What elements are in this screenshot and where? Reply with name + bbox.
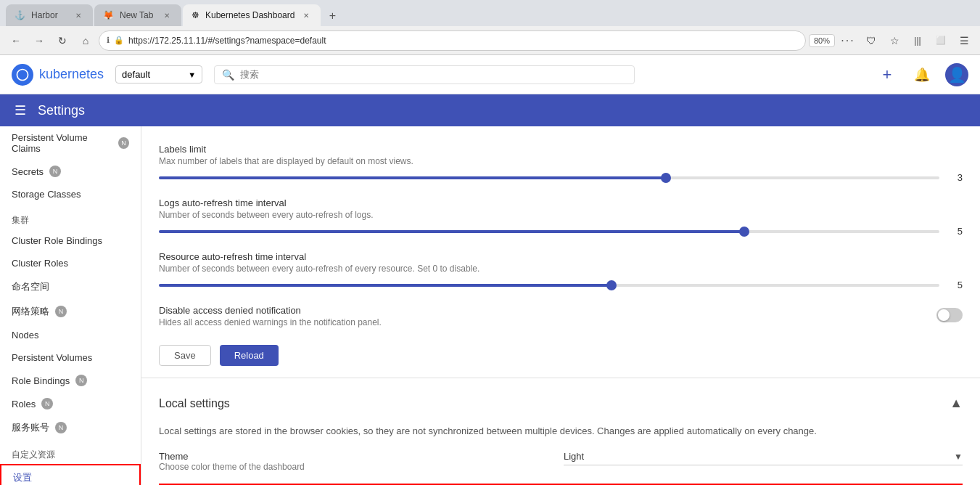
resource-refresh-desc: Number of seconds between every auto-ref… <box>159 264 963 274</box>
k8s-logo-text: kubernetes <box>39 67 104 82</box>
resource-refresh-value: 5 <box>948 280 963 290</box>
badge-role-bindings: N <box>75 375 87 386</box>
theme-info: Theme Choose color theme of the dashboar… <box>159 451 552 472</box>
sidebar-item-nodes[interactable]: Nodes <box>0 324 141 346</box>
sidebar-item-roles[interactable]: Roles N <box>0 392 141 415</box>
sidebar-item-persistent-volumes[interactable]: Persistent Volumes <box>0 346 141 369</box>
sidebar-label-service-accounts: 服务账号 <box>12 421 49 434</box>
forward-button[interactable]: → <box>29 30 49 51</box>
tab-newtab[interactable]: 🦊 New Tab ✕ <box>94 4 181 26</box>
theme-select[interactable]: Light ▼ <box>564 451 963 465</box>
hamburger-menu-icon[interactable]: ☰ <box>954 30 974 51</box>
home-button[interactable]: ⌂ <box>75 30 96 51</box>
sidebar-label-cluster-role-bindings: Cluster Role Bindings <box>12 235 102 246</box>
tab-k8s[interactable]: ☸ Kubernetes Dashboard ✕ <box>183 4 321 26</box>
notifications-button[interactable]: 🔔 <box>910 63 934 86</box>
sidebar-section-cluster: 集群 <box>0 205 141 229</box>
sidebar-section-custom: 自定义资源 <box>0 440 141 464</box>
sidebar-label-network-policy: 网络策略 <box>12 305 49 318</box>
theme-label: Theme <box>159 451 552 462</box>
logs-refresh-thumb <box>739 227 749 237</box>
labels-limit-thumb <box>661 173 671 183</box>
bookmarks-icon[interactable]: ||| <box>907 30 928 51</box>
logs-refresh-row: Logs auto-refresh time interval Number o… <box>159 197 963 237</box>
labels-limit-fill <box>159 176 666 179</box>
sidebar-toggle-icon[interactable]: ☰ <box>15 102 26 118</box>
refresh-button[interactable]: ↻ <box>52 30 73 51</box>
labels-limit-row: Labels limit Max number of labels that a… <box>159 144 963 183</box>
sidebar-item-persistent-volume-claims[interactable]: Persistent Volume Claims N <box>0 126 141 160</box>
newtab-tab-close[interactable]: ✕ <box>161 9 173 21</box>
labels-limit-desc: Max number of labels that are displayed … <box>159 156 963 166</box>
k8s-tab-label: Kubernetes Dashboard <box>205 10 295 20</box>
local-settings-header: Local settings ▲ <box>159 396 963 411</box>
zoom-badge[interactable]: 80% <box>809 34 835 47</box>
sidebar-item-settings[interactable]: 设置 <box>0 464 141 485</box>
shield-icon: 🛡 <box>861 30 881 51</box>
badge-network-policy: N <box>55 306 67 317</box>
logs-refresh-fill <box>159 230 744 233</box>
search-bar[interactable]: 🔍 <box>214 65 635 84</box>
k8s-tab-close[interactable]: ✕ <box>300 9 312 21</box>
k8s-favicon: ☸ <box>192 10 199 20</box>
collapse-icon[interactable]: ▲ <box>950 396 963 411</box>
sidebar-item-namespace[interactable]: 命名空间 <box>0 274 141 299</box>
logs-refresh-slider-track[interactable] <box>159 230 939 233</box>
theme-arrow-icon: ▼ <box>954 452 963 462</box>
sidebar-item-network-policy[interactable]: 网络策略 N <box>0 299 141 324</box>
account-button[interactable]: 👤 <box>945 63 968 86</box>
address-text: https://172.25.11.11/#/settings?namespac… <box>128 36 326 46</box>
resource-refresh-thumb <box>606 280 617 290</box>
access-denied-toggle[interactable] <box>936 308 963 322</box>
sidebar-item-storage-classes[interactable]: Storage Classes <box>0 183 141 205</box>
bookmark-icon[interactable]: ☆ <box>884 30 905 51</box>
button-row: Save Reload <box>159 345 963 366</box>
sidebar-label-role-bindings: Role Bindings <box>12 375 70 386</box>
theme-value: Light <box>564 451 584 462</box>
sidebar-item-cluster-role-bindings[interactable]: Cluster Role Bindings <box>0 229 141 252</box>
harbor-favicon: ⚓ <box>15 10 25 20</box>
new-tab-button[interactable]: + <box>322 6 342 26</box>
local-settings-section: Local settings ▲ Local settings are stor… <box>141 378 980 485</box>
badge-roles: N <box>41 398 53 409</box>
save-button[interactable]: Save <box>159 345 211 366</box>
add-button[interactable]: + <box>876 63 899 86</box>
back-button[interactable]: ← <box>6 30 26 51</box>
namespace-selector[interactable]: default ▼ <box>115 65 202 83</box>
sidebar-label-cluster-roles: Cluster Roles <box>12 258 68 269</box>
info-icon: ℹ <box>107 36 110 45</box>
logs-refresh-slider-container: 5 <box>159 226 963 237</box>
logs-refresh-desc: Number of seconds between every auto-ref… <box>159 210 963 220</box>
page-title: Settings <box>38 103 85 118</box>
search-input[interactable] <box>240 69 627 80</box>
labels-limit-slider-container: 3 <box>159 172 963 183</box>
sidebar-item-role-bindings[interactable]: Role Bindings N <box>0 369 141 392</box>
k8s-logo-icon <box>12 64 33 86</box>
sidebar-item-secrets[interactable]: Secrets N <box>0 160 141 183</box>
resource-refresh-slider-track[interactable] <box>159 284 939 287</box>
app-header: kubernetes default ▼ 🔍 + 🔔 👤 <box>0 55 980 94</box>
tabs-overview-icon[interactable]: ⬜ <box>931 30 951 51</box>
sidebar-label-storage-classes: Storage Classes <box>12 189 81 200</box>
sidebar: Persistent Volume Claims N Secrets N Sto… <box>0 126 141 485</box>
reload-button[interactable]: Reload <box>220 345 279 366</box>
labels-limit-slider-track[interactable] <box>159 176 939 179</box>
harbor-tab-label: Harbor <box>31 10 58 20</box>
more-options-button[interactable]: ··· <box>838 30 858 51</box>
tab-harbor[interactable]: ⚓ Harbor ✕ <box>6 4 93 26</box>
harbor-tab-close[interactable]: ✕ <box>73 9 84 21</box>
theme-row: Theme Choose color theme of the dashboar… <box>159 451 963 472</box>
browser-chrome: ⚓ Harbor ✕ 🦊 New Tab ✕ ☸ Kubernetes Dash… <box>0 0 980 55</box>
resource-refresh-slider-container: 5 <box>159 280 963 290</box>
address-bar[interactable]: ℹ 🔒 https://172.25.11.11/#/settings?name… <box>99 30 806 51</box>
badge-service-accounts: N <box>55 422 67 433</box>
page-title-bar: ☰ Settings <box>0 94 980 126</box>
theme-control: Light ▼ <box>564 451 963 465</box>
sidebar-label-secrets: Secrets <box>12 166 44 177</box>
resource-refresh-row: Resource auto-refresh time interval Numb… <box>159 251 963 290</box>
global-settings-section: Labels limit Max number of labels that a… <box>141 126 980 378</box>
sidebar-item-service-accounts[interactable]: 服务账号 N <box>0 415 141 440</box>
sidebar-label-roles: Roles <box>12 399 36 409</box>
lock-icon: 🔒 <box>114 36 124 45</box>
sidebar-item-cluster-roles[interactable]: Cluster Roles <box>0 252 141 274</box>
